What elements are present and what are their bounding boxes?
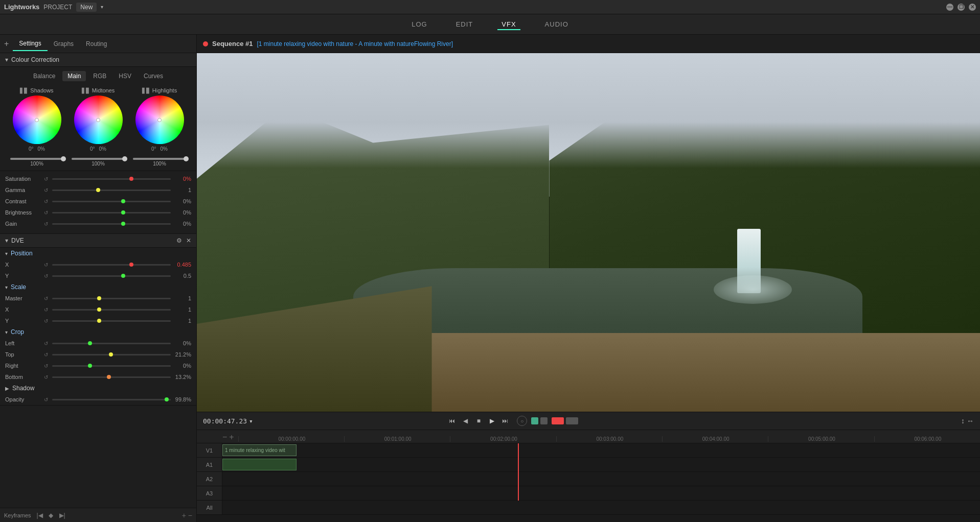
record-button[interactable] [552, 417, 564, 424]
scale-y-thumb[interactable] [97, 319, 101, 323]
tab-graphs[interactable]: Graphs [48, 37, 80, 51]
scale-x-reset[interactable]: ↺ [42, 305, 50, 314]
scale-x-thumb[interactable] [97, 307, 101, 312]
dve-close-icon[interactable]: ✕ [186, 237, 191, 244]
project-dropdown-icon[interactable]: ▾ [101, 4, 103, 10]
wheel-tab-main[interactable]: Main [62, 71, 86, 81]
a3-content[interactable] [222, 486, 980, 500]
wheel-tab-hsv[interactable]: HSV [113, 71, 136, 81]
contrast-reset[interactable]: ↺ [42, 197, 50, 205]
saturation-reset[interactable]: ↺ [42, 175, 50, 183]
timeline-zoom-in[interactable]: + [229, 433, 234, 442]
wheel-tab-curves[interactable]: Curves [139, 71, 168, 81]
crop-header[interactable]: ▾ Crop [0, 326, 196, 338]
tab-settings[interactable]: Settings [13, 37, 47, 51]
crop-top-thumb[interactable] [109, 352, 113, 357]
position-x-thumb[interactable] [129, 263, 133, 267]
crop-right-reset[interactable]: ↺ [42, 362, 50, 370]
gain-thumb[interactable] [121, 222, 125, 226]
scale-master-slider[interactable] [52, 298, 171, 299]
position-y-slider[interactable] [52, 275, 171, 277]
crop-left-reset[interactable]: ↺ [42, 339, 50, 347]
keyframe-prev-button[interactable]: |◀ [35, 511, 44, 520]
maximize-button[interactable]: ❐ [958, 4, 965, 11]
crop-top-reset[interactable]: ↺ [42, 350, 50, 359]
highlights-master-slider[interactable]: 100% [133, 158, 186, 167]
contrast-slider[interactable] [52, 201, 171, 202]
play-button[interactable]: ▶ [486, 415, 497, 426]
scale-master-reset[interactable]: ↺ [42, 294, 50, 302]
highlights-color-wheel[interactable] [135, 96, 184, 144]
opacity-thumb[interactable] [165, 397, 169, 401]
crop-bottom-slider[interactable] [52, 376, 171, 378]
position-x-slider[interactable] [52, 264, 171, 266]
step-back-button[interactable]: ◀ [460, 415, 471, 426]
a2-content[interactable] [222, 472, 980, 486]
loop-button[interactable]: ○ [517, 416, 527, 426]
minimize-button[interactable]: — [946, 4, 953, 11]
scale-y-slider[interactable] [52, 320, 171, 322]
crop-bottom-reset[interactable]: ↺ [42, 373, 50, 381]
all-content[interactable] [222, 501, 980, 514]
brightness-slider[interactable] [52, 212, 171, 213]
a1-clip[interactable] [222, 459, 297, 470]
playhead[interactable] [518, 443, 519, 501]
timeline-zoom-out[interactable]: − [222, 433, 227, 442]
play-mode-b-button[interactable] [540, 417, 548, 424]
crop-bottom-thumb[interactable] [107, 375, 111, 379]
gamma-thumb[interactable] [96, 188, 100, 192]
opacity-reset[interactable]: ↺ [42, 395, 50, 404]
saturation-thumb[interactable] [129, 177, 133, 181]
brightness-thumb[interactable] [121, 210, 125, 215]
brightness-reset[interactable]: ↺ [42, 208, 50, 217]
gamma-slider[interactable] [52, 189, 171, 191]
colour-correction-header[interactable]: ▾ Colour Correction [0, 53, 196, 67]
contrast-thumb[interactable] [121, 199, 125, 203]
wheel-tab-rgb[interactable]: RGB [88, 71, 111, 81]
crop-left-thumb[interactable] [88, 341, 92, 345]
opacity-slider[interactable] [52, 399, 171, 400]
highlights-wheel-handle[interactable] [157, 118, 162, 122]
tab-routing[interactable]: Routing [80, 37, 113, 51]
midtones-master-slider[interactable]: 100% [72, 158, 125, 167]
timecode-display[interactable]: 00:00:47.23 ▾ [203, 417, 253, 425]
video-preview[interactable] [197, 53, 980, 412]
nav-log[interactable]: LOG [407, 18, 431, 30]
v1-content[interactable]: 1 minute relaxing video wit [222, 443, 980, 457]
wheel-tab-balance[interactable]: Balance [28, 71, 60, 81]
scale-y-reset[interactable]: ↺ [42, 317, 50, 325]
nav-audio[interactable]: AUDIO [541, 18, 573, 30]
shadows-master-slider[interactable]: 100% [10, 158, 63, 167]
keyframe-add-button[interactable]: ◆ [47, 511, 56, 520]
go-start-button[interactable]: ⏮ [446, 415, 458, 426]
v1-clip[interactable]: 1 minute relaxing video wit [222, 444, 297, 456]
timecode-dropdown-icon[interactable]: ▾ [249, 417, 253, 425]
keyframe-zoom-out[interactable]: − [188, 511, 192, 519]
position-header[interactable]: ▾ Position [0, 248, 196, 259]
gain-slider[interactable] [52, 223, 171, 225]
midtones-wheel-handle[interactable] [96, 118, 100, 122]
shadows-color-wheel[interactable] [13, 96, 61, 144]
position-y-thumb[interactable] [121, 274, 125, 278]
position-y-reset[interactable]: ↺ [42, 272, 50, 280]
gamma-reset[interactable]: ↺ [42, 186, 50, 194]
go-end-button[interactable]: ⏭ [499, 415, 511, 426]
a1-content[interactable] [222, 458, 980, 471]
dve-section-header[interactable]: ▾ DVE ⚙ ✕ [0, 234, 196, 248]
crop-right-slider[interactable] [52, 365, 171, 367]
shadow-header[interactable]: ▶ Shadow [0, 383, 196, 394]
dve-settings-icon[interactable]: ⚙ [176, 237, 182, 244]
nav-edit[interactable]: EDIT [452, 18, 477, 30]
gain-reset[interactable]: ↺ [42, 220, 50, 228]
play-mode-a-button[interactable] [531, 417, 538, 424]
keyframe-next-button[interactable]: ▶| [58, 511, 67, 520]
shadows-wheel-handle[interactable] [35, 118, 39, 122]
add-panel-button[interactable]: + [4, 39, 9, 49]
nav-vfx[interactable]: VFX [497, 18, 520, 30]
scale-header[interactable]: ▾ Scale [0, 281, 196, 293]
fit-width-icon[interactable]: ↔ [967, 417, 974, 425]
crop-right-thumb[interactable] [88, 364, 92, 368]
midtones-color-wheel[interactable] [74, 96, 123, 144]
close-button[interactable]: ✕ [969, 4, 976, 11]
stop-button[interactable]: ■ [473, 415, 484, 426]
